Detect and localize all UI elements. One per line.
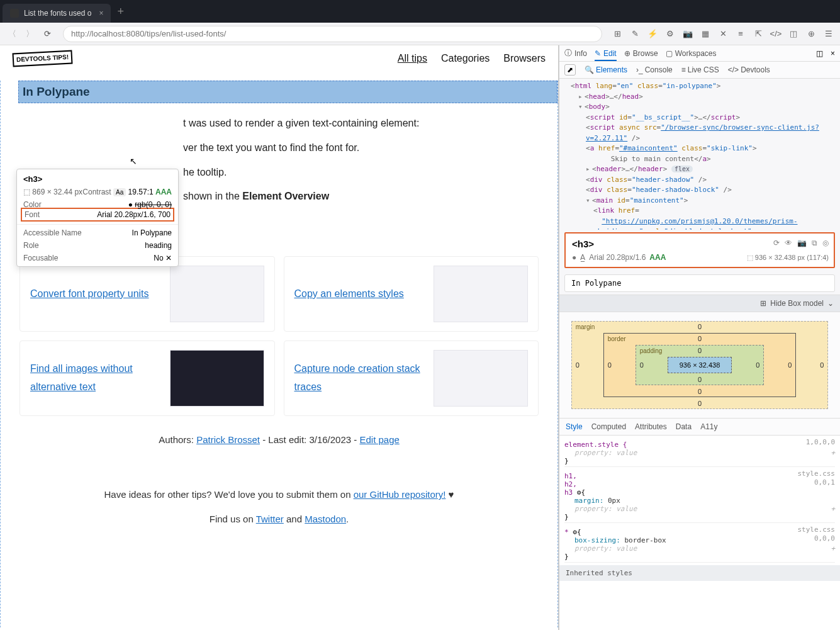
maximize-icon[interactable]: ◫	[816, 49, 823, 58]
font-icon: A̲	[580, 253, 585, 262]
tab-livecss[interactable]: ≡ Live CSS	[681, 65, 719, 74]
card-link[interactable]: Copy an elements styles	[294, 285, 427, 303]
nav-browsers[interactable]: Browsers	[503, 53, 546, 64]
devtools-sub-tabs: ⬈ 🔍 Elements ›_ Console ≡ Live CSS </> D…	[559, 62, 840, 79]
github-link[interactable]: our GitHub repository!	[354, 489, 446, 500]
article-meta: Authors: Patrick Brosset - Last edit: 3/…	[20, 431, 539, 448]
close-devtools-icon[interactable]: ×	[831, 49, 835, 58]
el-grade: AAA	[649, 253, 666, 262]
tooltip-font-value: Arial 20.28px/1.6, 700	[97, 210, 171, 219]
edit-page-link[interactable]: Edit page	[359, 434, 399, 445]
card-link[interactable]: Convert font property units	[30, 285, 162, 303]
tab-console[interactable]: ›_ Console	[636, 65, 673, 74]
tab-attributes[interactable]: Attributes	[635, 422, 667, 431]
wrench-icon[interactable]: ✕	[717, 28, 729, 40]
window-titlebar: List the fonts used o × +	[0, 0, 840, 23]
element-text-content[interactable]: In Polypane	[564, 274, 835, 292]
target-icon[interactable]: ◎	[822, 239, 829, 247]
tab-elements[interactable]: 🔍 Elements	[585, 65, 627, 74]
tooltip-focusable-label: Focusable	[23, 254, 58, 262]
tab-computed[interactable]: Computed	[591, 422, 626, 431]
tooltip-contrast: Contrast Aa 19.57:1 AAA	[82, 188, 172, 196]
heading-in-polypane: In Polypane	[23, 85, 553, 99]
box-model-toggle[interactable]: ⊞Hide Box model⌄	[559, 295, 840, 312]
url-text: http://localhost:8080/tips/en/list-used-…	[71, 29, 226, 38]
tooltip-role-label: Role	[23, 241, 39, 250]
nav-all-tips[interactable]: All tips	[398, 53, 427, 64]
tooltip-accname-label: Accessible Name	[23, 228, 82, 237]
pencil-icon[interactable]: ✎	[629, 28, 641, 40]
devtools-panel: ⓘ Info ✎ Edit ⊕ Browse ▢ Workspaces ◫ × …	[559, 45, 840, 630]
box-model-diagram: margin 0 0 0 0 border 0 0 0 0 padding 0 …	[559, 312, 840, 418]
browser-tab[interactable]: List the fonts used o ×	[3, 4, 111, 23]
element-picker-icon[interactable]: ⬈	[564, 64, 576, 76]
tab-style[interactable]: Style	[566, 422, 583, 431]
tab-title: List the fonts used o	[24, 9, 91, 18]
mastodon-link[interactable]: Mastodon	[305, 514, 346, 524]
forward-button[interactable]: 〉	[23, 27, 36, 41]
card-link[interactable]: Capture node creation stack traces	[294, 360, 427, 397]
card-thumb	[170, 266, 264, 322]
copy-icon[interactable]: ⧉	[812, 239, 817, 247]
card-copy-styles[interactable]: Copy an elements styles	[284, 256, 539, 332]
card-thumb	[434, 350, 528, 407]
card-find-images[interactable]: Find all images without alternative text	[20, 340, 275, 416]
extensions-icon[interactable]: ⊕	[805, 28, 817, 40]
tab-workspaces[interactable]: ▢ Workspaces	[666, 49, 717, 58]
ruler-icon[interactable]: ⊞	[611, 28, 624, 40]
devtools-top-tabs: ⓘ Info ✎ Edit ⊕ Browse ▢ Workspaces ◫ ×	[559, 45, 840, 62]
dom-tree[interactable]: <html lang="en" class="in-polypane"> ▸<h…	[559, 79, 840, 230]
export-icon[interactable]: ⇱	[752, 28, 764, 40]
tooltip-tag: <h3>	[23, 174, 172, 184]
tab-info[interactable]: ⓘ Info	[564, 48, 587, 59]
reload-button[interactable]: ⟳	[40, 27, 54, 41]
camera-icon[interactable]: 📷	[681, 28, 694, 40]
style-tabs: Style Computed Attributes Data A11y	[559, 418, 840, 436]
site-logo[interactable]: DEVTOOLS TIPS!	[12, 50, 72, 67]
tab-data[interactable]: Data	[676, 422, 692, 431]
camera-icon[interactable]: 📷	[797, 239, 807, 247]
color-swatch-icon: ●	[572, 253, 576, 262]
refresh-icon[interactable]: ⟳	[773, 239, 780, 247]
card-thumb	[434, 266, 528, 322]
back-button[interactable]: 〈	[5, 27, 19, 41]
tab-devtools[interactable]: </> Devtools	[728, 65, 770, 74]
new-tab-button[interactable]: +	[117, 5, 124, 18]
tooltip-font-label: Font	[25, 210, 40, 219]
author-link[interactable]: Patrick Brosset	[196, 434, 260, 445]
body-line-2: ver the text you want to find the font f…	[20, 139, 539, 157]
tab-a11y[interactable]: A11y	[700, 422, 717, 431]
twitter-link[interactable]: Twitter	[256, 514, 284, 524]
code-icon[interactable]: </>	[770, 28, 782, 40]
address-bar[interactable]: http://localhost:8080/tips/en/list-used-…	[63, 26, 602, 42]
footer-ideas: Have ideas for other tips? We'd love you…	[20, 486, 539, 503]
card-convert-font[interactable]: Convert font property units	[20, 256, 275, 332]
sliders-icon[interactable]: ≡	[734, 28, 747, 40]
tooltip-dimensions: ⬚ 869 × 32.44 px	[23, 188, 82, 196]
article-content: In Polypane ↖ <h3> ⬚ 869 × 32.44 px Cont…	[0, 81, 558, 627]
tab-edit[interactable]: ✎ Edit	[595, 49, 617, 61]
page-header: DEVTOOLS TIPS! All tips Categories Brows…	[0, 45, 558, 72]
close-tab-icon[interactable]: ×	[99, 9, 103, 18]
card-capture-stack[interactable]: Capture node creation stack traces	[284, 340, 539, 416]
tooltip-color-label: Color	[23, 200, 42, 209]
element-overview-card: ⟳ 👁 📷 ⧉ ◎ <h3> ● A̲ Arial 20.28px/1.6 AA…	[564, 232, 835, 268]
footer-social: Find us on Twitter and Mastodon.	[20, 510, 539, 527]
rule-headings: style.css0,0,1 h1, h2, h3 ⚙{ margin: 0px…	[564, 470, 835, 523]
styles-panel[interactable]: 1,0,0,0 element.style { property: value+…	[559, 436, 840, 630]
panel-icon[interactable]: ◫	[787, 28, 800, 40]
settings-icon[interactable]: ☰	[822, 28, 835, 40]
page-content: DEVTOOLS TIPS! All tips Categories Brows…	[0, 45, 559, 630]
tooltip-focusable-value: No ✕	[154, 254, 172, 262]
card-link[interactable]: Find all images without alternative text	[30, 360, 162, 397]
nav-categories[interactable]: Categories	[441, 53, 490, 64]
eye-icon[interactable]: 👁	[785, 239, 792, 247]
bolt-icon[interactable]: ⚡	[646, 28, 659, 40]
layout-icon[interactable]: ▦	[699, 28, 712, 40]
site-nav: All tips Categories Browsers	[398, 53, 546, 64]
gear-icon[interactable]: ⚙	[664, 28, 676, 40]
tab-browse[interactable]: ⊕ Browse	[624, 49, 658, 58]
card-thumb	[170, 350, 264, 407]
body-line-1: t was used to render a given text-contai…	[20, 115, 539, 133]
rule-element-style: 1,0,0,0 element.style { property: value+…	[564, 438, 835, 467]
